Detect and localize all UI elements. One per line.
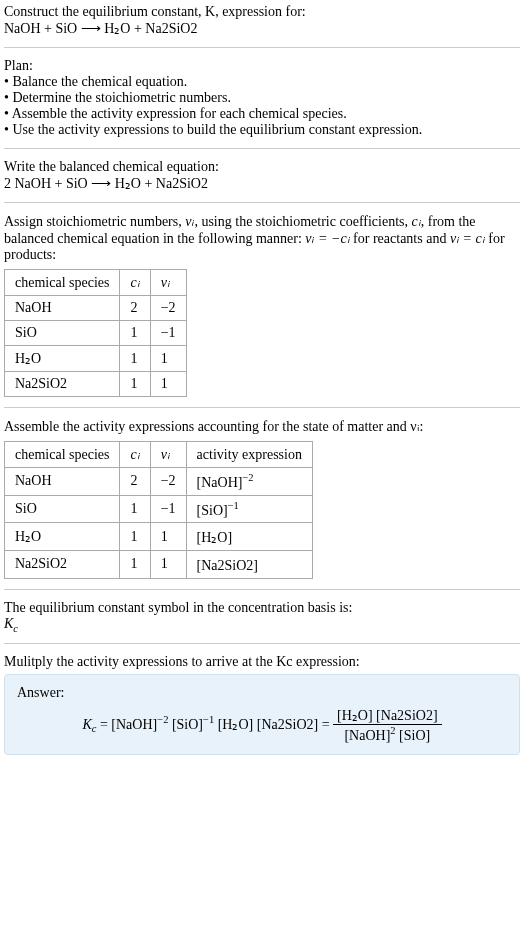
den-b: [SiO] <box>396 728 431 743</box>
kc-c: c <box>13 622 18 633</box>
cell-species: SiO <box>5 495 120 523</box>
cell-species: H₂O <box>5 523 120 551</box>
col-ci: cᵢ <box>120 270 150 296</box>
table-header-row: chemical species cᵢ νᵢ activity expressi… <box>5 442 313 468</box>
question-equation: NaOH + SiO ⟶ H₂O + Na2SiO2 <box>4 20 520 37</box>
act-base: [NaOH] <box>197 475 243 490</box>
col-activity: activity expression <box>186 442 312 468</box>
cell-nu: −2 <box>150 468 186 496</box>
expr-t1: = [NaOH] <box>96 717 157 732</box>
symbol-block: The equilibrium constant symbol in the c… <box>4 589 520 644</box>
assign-eq1: νᵢ = −cᵢ <box>305 231 349 246</box>
cell-nu: 1 <box>150 346 186 372</box>
question-line1: Construct the equilibrium constant, K, e… <box>4 4 520 20</box>
cell-ci: 2 <box>120 296 150 321</box>
activity-table: chemical species cᵢ νᵢ activity expressi… <box>4 441 313 579</box>
assign-text: Assign stoichiometric numbers, νᵢ, using… <box>4 213 520 263</box>
frac-num: [H₂O] [Na2SiO2] <box>333 707 441 725</box>
table-row: SiO 1 −1 <box>5 321 187 346</box>
den-a: [NaOH] <box>344 728 390 743</box>
cell-nu: 1 <box>150 523 186 551</box>
cell-species: NaOH <box>5 296 120 321</box>
cell-ci: 2 <box>120 468 150 496</box>
cell-activity: [SiO]−1 <box>186 495 312 523</box>
answer-label: Answer: <box>17 685 507 701</box>
assign-eq2: νᵢ = cᵢ <box>450 231 485 246</box>
cell-species: Na2SiO2 <box>5 550 120 578</box>
kc-k: K <box>4 616 13 631</box>
plan-block: Plan: • Balance the chemical equation. •… <box>4 47 520 148</box>
stoich-table: chemical species cᵢ νᵢ NaOH 2 −2 SiO 1 −… <box>4 269 187 397</box>
cell-nu: 1 <box>150 550 186 578</box>
plan-bullet-2: • Determine the stoichiometric numbers. <box>4 90 520 106</box>
col-nu: νᵢ <box>150 442 186 468</box>
result-block: Mulitply the activity expressions to arr… <box>4 643 520 765</box>
cell-species: SiO <box>5 321 120 346</box>
cell-nu: −2 <box>150 296 186 321</box>
cell-ci: 1 <box>120 550 150 578</box>
act-base: [H₂O] <box>197 530 233 545</box>
expr-e2: −1 <box>203 714 214 725</box>
plan-bullet-1: • Balance the chemical equation. <box>4 74 520 90</box>
assign-text-b: , using the stoichiometric coefficients, <box>194 214 411 229</box>
table-row: NaOH 2 −2 <box>5 296 187 321</box>
col-species: chemical species <box>5 270 120 296</box>
table-row: Na2SiO2 1 1 <box>5 372 187 397</box>
question-text: Construct the equilibrium constant, K, e… <box>4 4 306 19</box>
cell-activity: [NaOH]−2 <box>186 468 312 496</box>
act-base: [SiO] <box>197 502 228 517</box>
cell-ci: 1 <box>120 372 150 397</box>
plan-heading: Plan: <box>4 58 520 74</box>
cell-activity: [H₂O] <box>186 523 312 551</box>
cell-species: Na2SiO2 <box>5 372 120 397</box>
activity-block: Assemble the activity expressions accoun… <box>4 407 520 589</box>
frac-den: [NaOH]2 [SiO] <box>333 725 441 744</box>
assign-text-d: for reactants and <box>350 231 450 246</box>
expr-t3: [H₂O] [Na2SiO2] = <box>214 717 333 732</box>
symbol-heading: The equilibrium constant symbol in the c… <box>4 600 520 616</box>
assign-text-a: Assign stoichiometric numbers, <box>4 214 185 229</box>
balanced-block: Write the balanced chemical equation: 2 … <box>4 148 520 202</box>
expr-t2: [SiO] <box>168 717 203 732</box>
cell-nu: 1 <box>150 372 186 397</box>
assign-block: Assign stoichiometric numbers, νᵢ, using… <box>4 202 520 407</box>
act-exp: −2 <box>242 472 253 483</box>
table-row: H₂O 1 1 <box>5 346 187 372</box>
cell-nu: −1 <box>150 321 186 346</box>
cell-ci: 1 <box>120 321 150 346</box>
cell-ci: 1 <box>120 523 150 551</box>
plan-bullet-4: • Use the activity expressions to build … <box>4 122 520 138</box>
cell-species: H₂O <box>5 346 120 372</box>
act-base: [Na2SiO2] <box>197 558 258 573</box>
cell-activity: [Na2SiO2] <box>186 550 312 578</box>
question-block: Construct the equilibrium constant, K, e… <box>4 4 520 47</box>
kc-k: K <box>82 717 91 732</box>
table-row: H₂O 1 1 [H₂O] <box>5 523 313 551</box>
plan-bullet-3: • Assemble the activity expression for e… <box>4 106 520 122</box>
table-row: NaOH 2 −2 [NaOH]−2 <box>5 468 313 496</box>
col-ci: cᵢ <box>120 442 150 468</box>
expr-fraction: [H₂O] [Na2SiO2][NaOH]2 [SiO] <box>333 707 441 744</box>
balanced-equation: 2 NaOH + SiO ⟶ H₂O + Na2SiO2 <box>4 175 520 192</box>
table-header-row: chemical species cᵢ νᵢ <box>5 270 187 296</box>
ci-symbol: cᵢ <box>412 214 421 229</box>
cell-nu: −1 <box>150 495 186 523</box>
act-exp: −1 <box>228 500 239 511</box>
expr-e1: −2 <box>157 714 168 725</box>
activity-heading: Assemble the activity expressions accoun… <box>4 418 520 435</box>
answer-expression: Kc = [NaOH]−2 [SiO]−1 [H₂O] [Na2SiO2] = … <box>17 707 507 744</box>
cell-ci: 1 <box>120 346 150 372</box>
col-nu: νᵢ <box>150 270 186 296</box>
answer-box: Answer: Kc = [NaOH]−2 [SiO]−1 [H₂O] [Na2… <box>4 674 520 755</box>
cell-ci: 1 <box>120 495 150 523</box>
col-species: chemical species <box>5 442 120 468</box>
table-row: SiO 1 −1 [SiO]−1 <box>5 495 313 523</box>
result-heading: Mulitply the activity expressions to arr… <box>4 654 520 670</box>
cell-species: NaOH <box>5 468 120 496</box>
balanced-heading: Write the balanced chemical equation: <box>4 159 520 175</box>
kc-symbol: Kc <box>4 616 520 634</box>
table-row: Na2SiO2 1 1 [Na2SiO2] <box>5 550 313 578</box>
